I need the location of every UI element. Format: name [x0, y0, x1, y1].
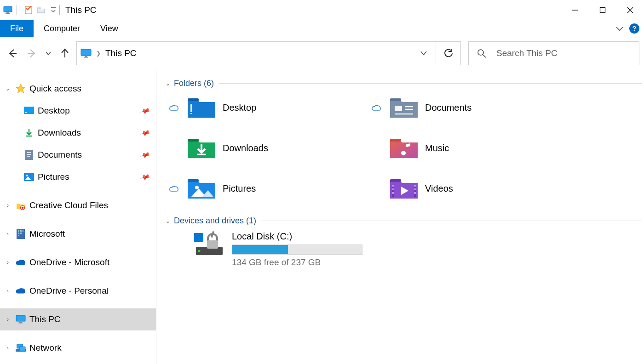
network-icon: [16, 343, 26, 353]
sidebar-label: Pictures: [38, 172, 69, 182]
svg-rect-39: [18, 323, 23, 324]
address-bar[interactable]: ❯ This PC: [76, 41, 461, 65]
sidebar-label: Network: [29, 343, 62, 353]
new-folder-qat-icon[interactable]: [37, 5, 47, 15]
ribbon-tab-computer[interactable]: Computer: [34, 20, 90, 37]
sidebar-item-network[interactable]: › Network: [0, 337, 156, 359]
building-icon: [16, 229, 26, 239]
svg-point-57: [195, 186, 199, 189]
svg-rect-6: [51, 7, 56, 8]
svg-rect-16: [85, 56, 87, 57]
cloud-status-icon: [167, 104, 180, 111]
sidebar-label: Documents: [38, 150, 82, 160]
svg-rect-46: [190, 113, 192, 114]
sidebar-item-documents[interactable]: Documents 📌: [0, 144, 156, 166]
svg-rect-21: [25, 112, 27, 113]
this-pc-titlebar-icon: [3, 5, 13, 15]
svg-rect-44: [190, 105, 192, 112]
svg-rect-32: [20, 230, 22, 232]
expand-toggle-icon[interactable]: ›: [0, 288, 16, 294]
folder-label: Pictures: [223, 183, 256, 194]
expand-toggle-icon[interactable]: ›: [0, 231, 16, 237]
expand-toggle-icon[interactable]: ›: [0, 345, 16, 351]
navigation-pane: ⌄ Quick access Desktop 📌 Downloads 📌 Doc…: [0, 69, 156, 364]
svg-rect-8: [600, 8, 605, 13]
sidebar-item-onedrive-personal[interactable]: › OneDrive - Personal: [0, 280, 156, 302]
svg-line-19: [483, 55, 486, 57]
sidebar-item-desktop[interactable]: Desktop 📌: [0, 100, 156, 122]
pin-icon: 📌: [139, 127, 151, 138]
folder-item-videos[interactable]: Videos: [370, 175, 572, 202]
svg-rect-14: [81, 49, 91, 56]
svg-rect-42: [19, 347, 25, 351]
close-button[interactable]: [616, 0, 644, 20]
search-icon: [477, 49, 486, 58]
help-button[interactable]: ?: [629, 23, 639, 34]
sidebar-quick-access[interactable]: ⌄ Quick access: [0, 78, 156, 100]
sidebar-label: Downloads: [38, 128, 81, 138]
sidebar-label: OneDrive - Microsoft: [29, 257, 109, 267]
divider: [218, 83, 642, 84]
minimize-button[interactable]: [561, 0, 589, 20]
forward-button[interactable]: [24, 44, 40, 63]
properties-qat-icon[interactable]: [23, 5, 34, 15]
expand-toggle-icon[interactable]: ›: [0, 202, 16, 209]
svg-rect-71: [199, 233, 203, 237]
sidebar-item-pictures[interactable]: Pictures 📌: [0, 166, 156, 188]
ribbon-tab-view[interactable]: View: [90, 20, 128, 37]
documents-icon: [24, 150, 34, 160]
svg-rect-65: [414, 188, 416, 190]
folder-item-documents[interactable]: Documents: [370, 94, 572, 121]
ribbon-tabs: File Computer View ?: [0, 20, 644, 37]
ribbon-tab-file[interactable]: File: [0, 20, 34, 37]
folder-item-music[interactable]: Music: [370, 134, 572, 162]
svg-rect-34: [18, 233, 19, 234]
address-this-pc-icon: [80, 48, 92, 58]
window-title: This PC: [65, 5, 97, 15]
maximize-button[interactable]: [589, 0, 616, 20]
back-button[interactable]: [5, 44, 20, 63]
group-header-folders[interactable]: ⌄ Folders (6): [162, 79, 644, 88]
chevron-down-icon: ⌄: [162, 218, 174, 224]
sidebar-label: This PC: [29, 314, 61, 324]
address-dropdown-button[interactable]: [411, 42, 436, 65]
sidebar-item-downloads[interactable]: Downloads 📌: [0, 122, 156, 144]
svg-rect-37: [16, 315, 25, 321]
drive-item-local-disk-c[interactable]: Local Disk (C:) 134 GB free of 237 GB: [193, 231, 644, 267]
svg-rect-33: [23, 230, 23, 232]
pin-icon: 📌: [139, 105, 151, 116]
expand-toggle-icon[interactable]: ⌄: [0, 85, 16, 92]
svg-point-45: [190, 104, 192, 106]
search-box[interactable]: [468, 41, 639, 65]
search-input[interactable]: [496, 48, 639, 58]
chevron-down-icon: ⌄: [162, 80, 174, 87]
sidebar-item-creative-cloud[interactable]: › Creative Cloud Files: [0, 194, 156, 216]
onedrive-icon: [16, 286, 26, 296]
titlebar-divider: [59, 5, 60, 15]
group-header-drives[interactable]: ⌄ Devices and drives (1): [162, 216, 644, 226]
folder-item-desktop[interactable]: Desktop: [167, 94, 370, 121]
divider: [261, 221, 642, 221]
svg-rect-61: [392, 185, 394, 187]
ribbon-collapse-icon[interactable]: [615, 26, 624, 31]
folder-item-pictures[interactable]: Pictures: [167, 175, 370, 202]
svg-point-28: [26, 175, 28, 176]
recent-locations-dropdown[interactable]: [43, 44, 53, 63]
folder-item-downloads[interactable]: Downloads: [167, 134, 370, 162]
sidebar-item-this-pc[interactable]: › This PC: [0, 308, 156, 330]
up-button[interactable]: [57, 44, 73, 63]
breadcrumb-location[interactable]: This PC: [105, 48, 137, 58]
sidebar-item-onedrive-microsoft[interactable]: › OneDrive - Microsoft: [0, 251, 156, 273]
svg-rect-73: [207, 240, 218, 249]
videos-folder-icon: [389, 176, 419, 200]
expand-toggle-icon[interactable]: ›: [0, 259, 16, 266]
qat-dropdown-icon[interactable]: [51, 7, 56, 13]
sidebar-item-microsoft[interactable]: › Microsoft: [0, 223, 156, 245]
expand-toggle-icon[interactable]: ›: [0, 316, 16, 323]
folder-label: Documents: [425, 102, 472, 113]
documents-folder-icon: [389, 96, 419, 119]
refresh-button[interactable]: [436, 42, 460, 65]
drive-name: Local Disk (C:): [232, 231, 362, 242]
breadcrumb-chevron-icon[interactable]: ❯: [96, 50, 101, 57]
svg-rect-3: [6, 13, 10, 14]
